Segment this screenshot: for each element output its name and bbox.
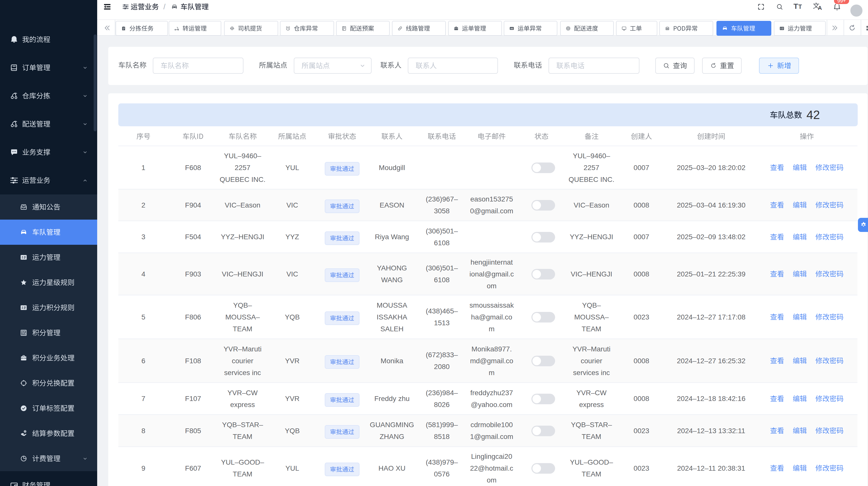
svg-text:AD: AD bbox=[510, 27, 513, 30]
